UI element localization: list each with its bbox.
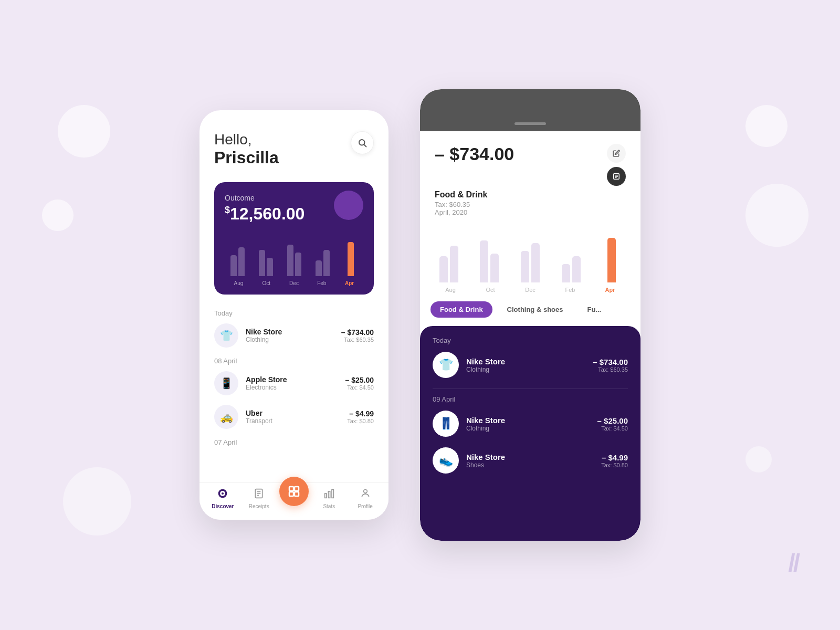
nav-discover-label: Discover <box>212 503 234 509</box>
transaction-uber[interactable]: 🚕 Uber Transport – $4.99 Tax: $0.80 <box>214 405 374 429</box>
detail-tax: Tax: $60.35 <box>435 201 626 208</box>
notch-bar <box>514 122 546 125</box>
chart-bar-aug <box>225 247 250 276</box>
greeting-text: Hello, Priscilla <box>214 131 279 167</box>
detail-header: – $734.00 Food & Drink Tax: $60.35 April… <box>420 131 640 225</box>
detail-chart: Aug Oct Dec Feb Apr <box>420 225 640 293</box>
phones-container: Hello, Priscilla Outcome $12,560.00 <box>200 89 640 541</box>
transaction-apple-icon: 📱 <box>214 371 238 395</box>
transaction-nike[interactable]: 👕 Nike Store Clothing – $734.00 Tax: $60… <box>214 323 374 348</box>
transaction-uber-icon: 🚕 <box>214 405 238 429</box>
transaction-apple-amount: – $25.00 Tax: $4.50 <box>345 376 374 391</box>
dark-nike-pants-icon: 👖 <box>433 411 459 437</box>
svg-rect-15 <box>332 490 333 498</box>
transaction-uber-amount: – $4.99 Tax: $0.80 <box>347 410 374 424</box>
nav-profile[interactable]: Profile <box>350 488 381 509</box>
transaction-nike-icon: 👕 <box>214 323 238 348</box>
detail-amount-value: – $734.00 <box>435 144 514 164</box>
detail-chart-bars <box>430 230 630 282</box>
edit-button[interactable] <box>607 144 626 163</box>
nav-stats[interactable]: Stats <box>313 488 345 509</box>
detail-amount-row: – $734.00 <box>435 144 626 186</box>
phone2-body: – $734.00 Food & Drink Tax: $60.35 April… <box>420 131 640 541</box>
nav-stats-label: Stats <box>323 503 335 509</box>
transaction-nike-amount: – $734.00 Tax: $60.35 <box>341 328 374 343</box>
phone-1: Hello, Priscilla Outcome $12,560.00 <box>200 110 388 520</box>
divider-1 <box>433 388 628 389</box>
phone1-header: Hello, Priscilla <box>214 131 374 167</box>
svg-rect-12 <box>295 492 299 496</box>
profile-icon <box>360 488 371 501</box>
dark-nike-today-amount: – $734.00 Tax: $60.35 <box>593 358 628 373</box>
transaction-nike-info: Nike Store Clothing <box>246 328 341 343</box>
phone2-top-bar <box>420 89 640 131</box>
transaction-uber-info: Uber Transport <box>246 409 347 425</box>
dark-nike-shoes-amount: – $4.99 Tax: $0.80 <box>601 453 628 468</box>
receipts-icon <box>254 488 264 501</box>
stats-icon <box>324 488 334 501</box>
transaction-nike-category: Clothing <box>246 336 341 343</box>
dark-nike-pants-amount: – $25.00 Tax: $4.50 <box>597 416 628 432</box>
nav-discover[interactable]: Discover <box>207 488 238 509</box>
nav-receipts[interactable]: Receipts <box>243 488 275 509</box>
transaction-uber-category: Transport <box>246 417 347 425</box>
section-today-label: Today <box>214 309 374 317</box>
svg-rect-13 <box>324 494 326 498</box>
tab-food-drink[interactable]: Food & Drink <box>430 301 492 318</box>
nav-fab-button[interactable] <box>279 477 309 506</box>
discover-icon <box>217 488 228 501</box>
tab-clothing-shoes[interactable]: Clothing & shoes <box>498 301 573 318</box>
dark-nike-pants-info: Nike Store Clothing <box>466 416 597 432</box>
category-tabs: Food & Drink Clothing & shoes Fu... <box>420 293 640 326</box>
dark-nike-today-info: Nike Store Clothing <box>466 357 593 373</box>
notes-button[interactable] <box>607 167 626 186</box>
outcome-card: Outcome $12,560.00 <box>214 182 374 295</box>
detail-action-buttons <box>607 144 626 186</box>
transaction-nike-name: Nike Store <box>246 328 341 336</box>
dark-transaction-nike-today[interactable]: 👕 Nike Store Clothing – $734.00 Tax: $60… <box>433 352 628 378</box>
chart-x-labels: Aug Oct Dec Feb Apr <box>225 280 363 286</box>
svg-rect-10 <box>295 487 299 491</box>
transaction-apple-info: Apple Store Electronics <box>246 375 345 391</box>
dark-transaction-nike-pants[interactable]: 👖 Nike Store Clothing – $25.00 Tax: $4.5… <box>433 411 628 437</box>
outcome-circle-decoration <box>334 191 363 220</box>
svg-rect-14 <box>328 491 330 498</box>
dark-nike-today-icon: 👕 <box>433 352 459 378</box>
chart-bar-apr <box>338 242 363 276</box>
section-08april-label: 08 April <box>214 357 374 365</box>
transaction-uber-name: Uber <box>246 409 347 417</box>
tab-other[interactable]: Fu... <box>578 301 611 318</box>
svg-point-16 <box>363 490 367 494</box>
svg-rect-11 <box>289 492 293 496</box>
chart-bar-feb <box>310 250 335 276</box>
svg-point-4 <box>222 492 224 495</box>
svg-rect-9 <box>289 487 293 491</box>
transaction-apple[interactable]: 📱 Apple Store Electronics – $25.00 Tax: … <box>214 371 374 395</box>
search-button[interactable] <box>351 131 374 154</box>
greeting-block: Hello, Priscilla <box>214 131 279 167</box>
dark-09april-label: 09 April <box>433 395 628 403</box>
dark-nike-shoes-icon: 👟 <box>433 447 459 474</box>
nav-profile-label: Profile <box>358 503 372 509</box>
transaction-apple-category: Electronics <box>246 384 345 391</box>
bottom-nav: Discover Receipts Stats <box>200 482 388 520</box>
transaction-apple-name: Apple Store <box>246 375 345 384</box>
dark-nike-shoes-info: Nike Store Shoes <box>466 453 601 469</box>
dark-transaction-section: Today 👕 Nike Store Clothing – $734.00 Ta… <box>420 326 640 541</box>
decoration-slash: // <box>788 549 798 578</box>
chart-bar-oct <box>253 250 278 276</box>
nav-receipts-label: Receipts <box>249 503 269 509</box>
user-name: Priscilla <box>214 148 279 167</box>
svg-line-1 <box>364 144 366 146</box>
detail-chart-x-labels: Aug Oct Dec Feb Apr <box>430 287 630 293</box>
section-07april-label: 07 April <box>214 438 374 446</box>
detail-category: Food & Drink <box>435 190 626 200</box>
chart-bar-dec <box>281 245 307 276</box>
dark-transaction-nike-shoes[interactable]: 👟 Nike Store Shoes – $4.99 Tax: $0.80 <box>433 447 628 474</box>
outcome-chart <box>225 234 363 276</box>
phone-2: – $734.00 Food & Drink Tax: $60.35 April… <box>420 89 640 541</box>
dark-today-label: Today <box>433 337 628 344</box>
detail-date: April, 2020 <box>435 208 626 216</box>
detail-meta: Food & Drink Tax: $60.35 April, 2020 <box>435 190 626 216</box>
